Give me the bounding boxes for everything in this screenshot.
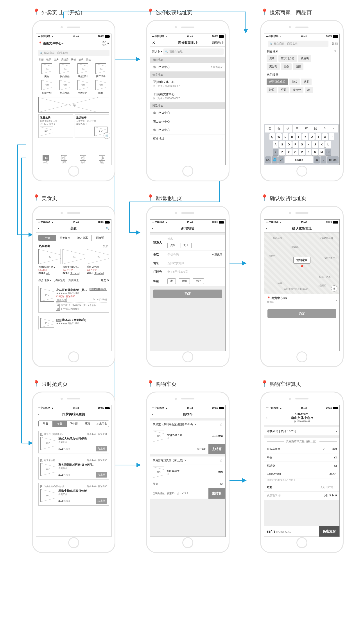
map[interactable]: 珍珠花园 田厦国际 红花苑区公园 大冲商务中心 南光村 钻石CR大厦 桃源 深圳… (264, 233, 339, 294)
screen-home: 📍外卖页-上（开始） 中国移动 15:40 100% 📍 南山文体中心 ▾ 28… (26, 9, 121, 181)
back-icon[interactable]: ‹ (152, 226, 153, 231)
address-search[interactable]: 请输入地址 (163, 49, 224, 55)
screen-add-address: 📍新增地址页 中国移动 15:40100% ‹新增地址 联系人 姓名 先生女士 … (140, 195, 235, 367)
confirm-button[interactable]: 确定 (153, 290, 222, 298)
flash-item[interactable]: P港米坪（南新路店）评价4.4分 配送费¥1 PIC 港式大鸡肌加饮料便当仅剩1… (38, 431, 109, 453)
add-address-link[interactable]: 新增地址 (212, 41, 224, 45)
saved-address-item[interactable]: 家南山文体中心张（先生）15166666667 (150, 90, 225, 103)
search-input[interactable]: 输入商家、商品名称 (38, 50, 109, 56)
back-icon[interactable]: ‹ (38, 226, 39, 231)
screen-flash-sale: 📍限时抢购页 中国移动 15:40100% ‹招牌美味限量抢 早餐午餐下午茶夜宵… (26, 380, 121, 553)
trash-icon[interactable]: 🗑 (220, 423, 223, 426)
coupon-row[interactable]: 红包无可用红包 〉 (264, 483, 339, 492)
screen-cart: 📍购物车页 中国移动 15:40100% ‹购物车 汉堡王（深圳南山区桃园路21… (140, 380, 235, 553)
back-icon[interactable]: ‹ (38, 412, 39, 416)
star-dinner-card[interactable]: 星级晚餐 无需大补，吃点好的 满减25起 > PIC 🛒 (75, 114, 109, 138)
screen-confirm-address: 📍确认收货地址页 中国移动 15:40100% ‹确认收货地址 珍珠花园 田厦国… (255, 195, 349, 367)
shop-card[interactable]: PIC 小马哥金牌卤肉饭（荔...蜂鸟专送 准时达 ★★★★★ 月售1311单 … (38, 286, 109, 312)
flash-sale-card[interactable]: 限量抢购 超值美味 9.9元起 2114人正在抢 > PIC (38, 114, 73, 138)
shop-filter: 综合排序好评优先距离最近筛选 ⚙ (36, 276, 111, 284)
grab-button[interactable]: 马上抢 (96, 446, 107, 451)
saved-address-item[interactable]: 家南山文体中心张（先生）15166666667 (150, 78, 225, 90)
pin-icon: 📍 (33, 8, 40, 16)
time-segment: 早餐午餐下午茶夜宵水果零食 (38, 420, 109, 427)
screen-checkout: 📍购物车结算页 中国移动 15:40100% ‹ 订单配送至南山文体中心 ▾张 … (255, 380, 349, 553)
search-icon[interactable]: 🔍 (106, 227, 109, 230)
search-input[interactable]: 输入商家、商品名称 (268, 41, 329, 47)
checkout-button[interactable]: 去结算 (208, 444, 225, 454)
back-icon[interactable]: ‹ (152, 412, 153, 416)
location-picker[interactable]: 📍 南山文体中心 ▾ (38, 41, 63, 45)
page-title: 选择收货地址 (178, 41, 198, 45)
banner[interactable]: PIC (38, 97, 109, 113)
cart-fab[interactable]: 🛒 (104, 132, 110, 139)
confirm-button[interactable]: 确定 (267, 309, 336, 318)
pay-button[interactable]: 免密支付 (319, 526, 339, 536)
eta-picker[interactable]: 尽快到达 [ 预计 16:20 ]› (264, 427, 339, 436)
flash-item[interactable]: P好又来快餐评价4.4分 配送费¥5 PIC 家乡啤酒鸭+配菜+饭+伊利...仅… (38, 457, 109, 480)
trash-icon[interactable]: 🗑 (220, 459, 223, 462)
relocate-button[interactable]: ⟲ 重新定位 (210, 66, 223, 69)
screen-food: 📍美食页 中国移动 15:40100% ‹美食🔍 全部简餐便当地方菜系面食粥 热… (26, 195, 121, 367)
back-icon[interactable]: ‹ (266, 226, 267, 231)
more-addresses[interactable]: 更多地址› (150, 135, 225, 143)
checkout-button[interactable]: 去结算 (208, 488, 225, 499)
close-icon[interactable]: ✕ (152, 40, 155, 45)
flash-item[interactable]: P米先生港式秘制炒饭评价4.6分 配送费¥5 PIC 黑椒牛柳鸡排双拼炒饭仅剩2… (38, 483, 109, 506)
tab-bar: PIC外卖 PIC发现 PIC订单 PIC我的 (36, 154, 111, 165)
trash-icon[interactable]: 🗑 (334, 50, 337, 53)
address-picker[interactable]: 地址选择收货地址› (150, 259, 225, 268)
city-picker[interactable]: 深圳市 ▾ (152, 50, 162, 53)
category-segment: 全部简餐便当地方菜系面食粥 (38, 235, 109, 241)
category-grid: PIC美食 PIC饮品甜品 PIC商超便利 PIC预订早餐 PIC果蔬生鲜 PI… (36, 63, 111, 95)
status-bar: 中国移动 15:40 100% (36, 34, 111, 39)
cancel-button[interactable]: 取消 (332, 42, 338, 46)
screen-search: 📍搜索商家、商品页 中国移动 15:40100% 输入商家、商品名称 取消 历史… (255, 9, 349, 181)
keyboard[interactable]: 我你这不可以在＾ QWERTYUIOP ASDFGHJKL ⇧ZXCVBNM⌫ … (264, 124, 339, 165)
shop-card[interactable]: PIC 品牌 港其淋（南新路店） ★★★★★ 月售2207单 (38, 316, 109, 329)
back-icon[interactable]: ‹ (266, 415, 267, 420)
weather[interactable]: 28°晴天 ⚙ (103, 41, 109, 46)
screen-address: 📍选择收获地址页 中国移动 15:40100% ✕选择收货地址新增地址 深圳市 … (140, 9, 235, 181)
locate-button[interactable]: ◎ (331, 285, 337, 292)
